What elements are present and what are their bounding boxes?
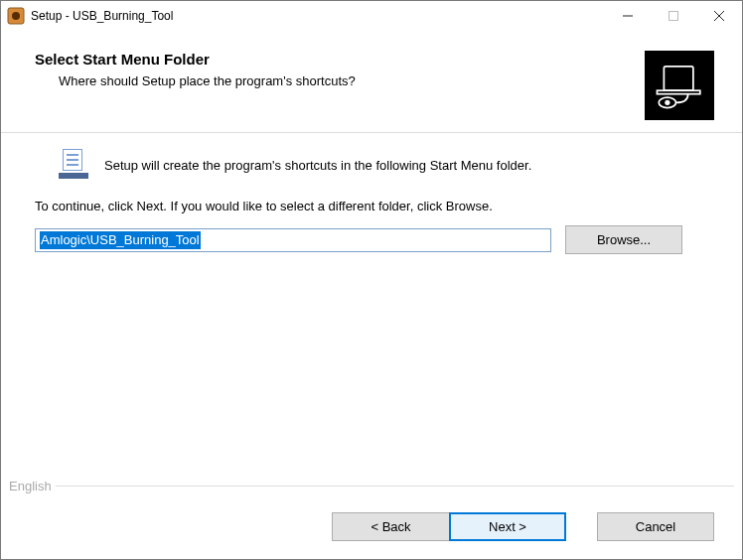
cancel-button[interactable]: Cancel <box>597 512 714 541</box>
window-controls <box>605 1 742 31</box>
footer-buttons: < Back Next > Cancel <box>1 496 742 559</box>
svg-rect-3 <box>669 12 678 21</box>
back-button[interactable]: < Back <box>332 512 449 541</box>
close-button[interactable] <box>696 1 742 31</box>
start-menu-icon <box>59 149 90 181</box>
svg-rect-6 <box>664 67 692 90</box>
next-button[interactable]: Next > <box>449 512 566 541</box>
instruction-text: To continue, click Next. If you would li… <box>35 199 708 213</box>
window-title: Setup - USB_Burning_Tool <box>31 9 605 23</box>
installer-window: Setup - USB_Burning_Tool Select Start Me… <box>0 0 743 560</box>
svg-point-9 <box>665 100 669 105</box>
page-subtitle: Where should Setup place the program's s… <box>59 73 645 88</box>
page-title: Select Start Menu Folder <box>35 51 645 68</box>
installer-icon <box>645 51 714 120</box>
svg-rect-7 <box>657 90 699 93</box>
content-area: Setup will create the program's shortcut… <box>1 133 742 475</box>
folder-path-input[interactable]: Amlogic\USB_Burning_Tool <box>35 228 551 252</box>
minimize-button[interactable] <box>605 1 651 31</box>
browse-button[interactable]: Browse... <box>565 225 682 254</box>
language-divider <box>56 486 734 487</box>
svg-point-1 <box>12 12 20 20</box>
language-label[interactable]: English <box>9 479 56 493</box>
intro-text: Setup will create the program's shortcut… <box>104 158 531 173</box>
titlebar: Setup - USB_Burning_Tool <box>1 1 742 31</box>
maximize-button <box>651 1 696 31</box>
page-header: Select Start Menu Folder Where should Se… <box>1 31 742 132</box>
language-row: English <box>9 475 734 496</box>
app-icon <box>7 7 25 25</box>
